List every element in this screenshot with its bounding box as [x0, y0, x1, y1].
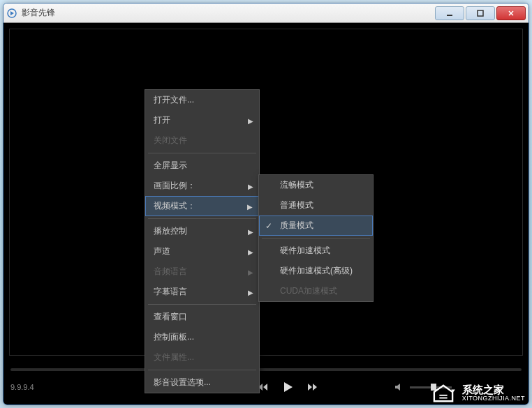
watermark-sub: XITONGZHIJIA.NET [462, 395, 525, 402]
progress-bar[interactable] [10, 368, 522, 371]
version-label: 9.9.9.4 [10, 383, 34, 391]
menu-subtitle-lang[interactable]: 字幕语言▶ [145, 282, 259, 302]
watermark: 系统之家 XITONGZHIJIA.NET [430, 383, 525, 404]
minimize-button[interactable] [435, 6, 464, 20]
watermark-icon [430, 383, 457, 404]
menu-audio-lang: 音频语言▶ [145, 262, 259, 282]
volume-icon[interactable] [394, 383, 404, 391]
next-icon[interactable] [306, 383, 318, 391]
submenu-hw-accel[interactable]: 硬件加速模式 [259, 241, 373, 261]
menu-settings[interactable]: 影音设置选项... [145, 372, 259, 393]
menu-open-file[interactable]: 打开文件... [145, 90, 259, 110]
menu-separator [262, 238, 370, 239]
check-icon: ✓ [265, 221, 272, 231]
menu-open[interactable]: 打开▶ [145, 110, 259, 130]
menu-audio-track[interactable]: 声道▶ [145, 241, 259, 262]
video-mode-submenu: 流畅模式 普通模式 ✓质量模式 硬件加速模式 硬件加速模式(高级) CUDA加速… [258, 174, 374, 302]
maximize-button[interactable] [466, 6, 495, 20]
menu-separator [148, 370, 256, 370]
menu-control-panel[interactable]: 控制面板... [145, 327, 259, 347]
svg-rect-4 [439, 395, 447, 396]
chevron-right-icon: ▶ [248, 268, 253, 275]
chevron-right-icon: ▶ [248, 288, 253, 296]
menu-separator [148, 218, 256, 219]
menu-fullscreen[interactable]: 全屏显示 [145, 156, 259, 176]
watermark-text: 系统之家 XITONGZHIJIA.NET [462, 384, 525, 402]
menu-view-window[interactable]: 查看窗口 [145, 307, 259, 327]
menu-video-mode[interactable]: 视频模式：▶ [145, 196, 259, 216]
watermark-main: 系统之家 [462, 384, 525, 396]
chevron-right-icon: ▶ [247, 202, 253, 210]
chevron-right-icon: ▶ [248, 227, 253, 235]
svg-rect-5 [439, 398, 447, 399]
submenu-cuda: CUDA加速模式 [259, 281, 373, 301]
chevron-right-icon: ▶ [248, 248, 253, 255]
chevron-right-icon: ▶ [248, 182, 253, 190]
menu-separator [148, 304, 256, 305]
titlebar: 影音先锋 [3, 3, 529, 23]
menu-separator [148, 153, 256, 153]
chevron-right-icon: ▶ [248, 116, 253, 124]
menu-file-props: 文件属性... [145, 347, 259, 368]
submenu-quality[interactable]: ✓质量模式 [259, 216, 373, 236]
play-icon[interactable] [281, 381, 294, 393]
svg-rect-1 [447, 15, 452, 16]
menu-play-control[interactable]: 播放控制▶ [145, 221, 259, 241]
menu-close-file: 关闭文件 [145, 130, 259, 151]
window-title: 影音先锋 [22, 7, 435, 19]
submenu-hw-accel-adv[interactable]: 硬件加速模式(高级) [259, 261, 373, 281]
close-button[interactable] [496, 6, 526, 20]
submenu-smooth[interactable]: 流畅模式 [259, 175, 373, 195]
menu-aspect-ratio[interactable]: 画面比例：▶ [145, 176, 259, 196]
context-menu: 打开文件... 打开▶ 关闭文件 全屏显示 画面比例：▶ 视频模式：▶ 播放控制… [145, 89, 260, 393]
window-controls [435, 6, 526, 20]
app-icon [6, 8, 17, 19]
submenu-normal[interactable]: 普通模式 [259, 195, 373, 216]
svg-rect-2 [478, 10, 483, 16]
